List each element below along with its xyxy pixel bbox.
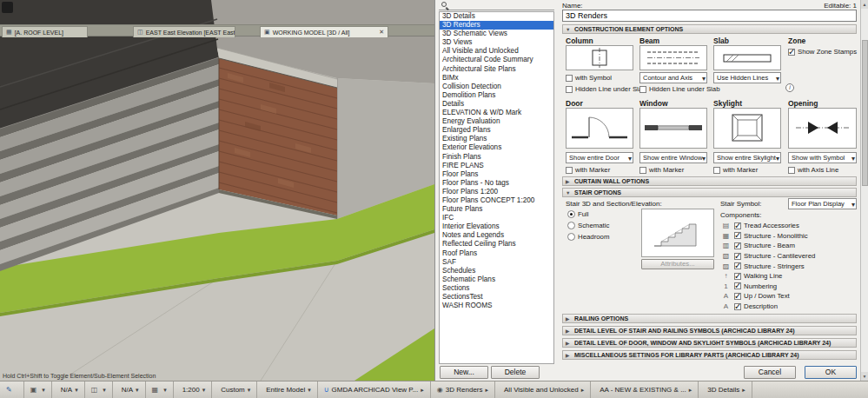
view-combination-item[interactable]: Floor Plans bbox=[440, 170, 553, 179]
stair-component-checkbox[interactable] bbox=[734, 273, 741, 280]
stair-mode-headroom-radio[interactable]: Headroom bbox=[567, 233, 609, 241]
view-combination-item[interactable]: SectionsTest bbox=[440, 293, 553, 302]
info-icon[interactable]: i bbox=[785, 83, 794, 92]
view-combination-item[interactable]: SAF bbox=[440, 258, 553, 267]
cancel-button[interactable]: Cancel bbox=[744, 366, 796, 379]
stair-component-checkbox[interactable] bbox=[734, 242, 741, 249]
beam-display-dropdown[interactable]: Contour and Axis bbox=[639, 72, 707, 83]
view-combination-item[interactable]: WASH ROOMS bbox=[440, 302, 553, 310]
door-marker-checkbox[interactable]: with Marker bbox=[566, 166, 610, 174]
checkbox-box[interactable] bbox=[639, 167, 646, 174]
view-combination-item[interactable]: Architectural Site Plans bbox=[440, 65, 553, 74]
scrollbar-thumb[interactable] bbox=[862, 40, 868, 186]
checkbox-box[interactable] bbox=[566, 86, 573, 93]
view-combination-item[interactable]: 3D Details bbox=[440, 12, 553, 21]
stair-component-checkbox[interactable] bbox=[734, 293, 741, 300]
stair-component-checkbox[interactable] bbox=[734, 253, 741, 260]
status-segment[interactable]: ✎ bbox=[0, 381, 24, 398]
view-combination-item[interactable]: Finish Plans bbox=[440, 153, 553, 162]
stair-component-row[interactable]: ▦ Structure - Monolithic bbox=[720, 231, 858, 242]
view-combination-item[interactable]: Roof Plans bbox=[440, 249, 553, 258]
tab-east-elevation[interactable]: ◫ EAST East Elevation [EAST East Elevati… bbox=[133, 26, 235, 37]
status-segment[interactable]: ▦ ▾ bbox=[146, 381, 174, 398]
view-combination-item[interactable]: IFC bbox=[440, 214, 553, 222]
view-combination-item[interactable]: Existing Plans bbox=[440, 135, 553, 143]
3d-scene[interactable] bbox=[0, 0, 434, 381]
radio-button[interactable] bbox=[567, 210, 575, 218]
view-combination-item[interactable]: BIMx bbox=[440, 74, 553, 83]
status-segment[interactable]: AA - NEW & EXISTING & ... ▸ bbox=[591, 381, 699, 398]
view-combination-item[interactable]: Exterior Elevations bbox=[440, 143, 553, 152]
stair-component-checkbox[interactable] bbox=[734, 222, 741, 229]
section-construction-element-options[interactable]: ▼ CONSTRUCTION ELEMENT OPTIONS bbox=[562, 24, 857, 34]
checkbox-box[interactable] bbox=[566, 167, 573, 174]
checkbox-box[interactable] bbox=[788, 167, 795, 174]
stair-component-row[interactable]: ▨ Structure - Stringers bbox=[720, 261, 858, 271]
section-stair-options[interactable]: ▼ STAIR OPTIONS bbox=[562, 188, 857, 197]
stair-component-row[interactable]: A Description bbox=[720, 302, 858, 312]
tab-roof-level[interactable]: ▦ [A. ROOF LEVEL] bbox=[2, 26, 88, 37]
view-combination-item[interactable]: Energy Evaluation bbox=[440, 117, 553, 126]
view-combination-item[interactable]: Future Plans bbox=[440, 205, 553, 214]
stair-component-checkbox[interactable] bbox=[734, 303, 741, 310]
checkbox-box[interactable] bbox=[788, 49, 795, 56]
stair-component-row[interactable]: A Up / Down Text bbox=[720, 291, 858, 302]
hidden-line-under-slab-checkbox-1[interactable]: Hidden Line under Slab bbox=[566, 85, 646, 93]
view-combination-item[interactable]: Reflected Ceiling Plans bbox=[440, 240, 553, 249]
section-detail-level-door-window-skylight[interactable]: ▶ DETAIL LEVEL OF DOOR, WINDOW AND SKYLI… bbox=[562, 338, 857, 348]
section-railing-options[interactable]: ▶ RAILING OPTIONS bbox=[562, 314, 857, 323]
status-segment[interactable]: ▣ ▾ bbox=[24, 381, 52, 398]
section-miscellaneous-library-parts[interactable]: ▶ MISCELLANEOUS SETTINGS FOR LIBRARY PAR… bbox=[562, 350, 857, 360]
view-combination-item[interactable]: Schedules bbox=[440, 267, 553, 275]
checkbox-box[interactable] bbox=[639, 86, 646, 93]
view-combination-item[interactable]: Floor Plans CONCEPT 1:200 bbox=[440, 196, 553, 205]
status-segment[interactable]: ◉ 3D Renders ▸ bbox=[431, 381, 495, 398]
view-combination-item[interactable]: Floor Plans 1:200 bbox=[440, 188, 553, 196]
door-display-dropdown[interactable]: Show entire Door bbox=[566, 152, 633, 163]
combination-search[interactable] bbox=[439, 0, 554, 10]
status-segment[interactable]: ◫ ▾ bbox=[85, 381, 113, 398]
view-combination-item[interactable]: Demolition Plans bbox=[440, 91, 553, 100]
checkbox-box[interactable] bbox=[566, 75, 573, 82]
checkbox-box[interactable] bbox=[713, 167, 720, 174]
radio-button[interactable] bbox=[567, 233, 575, 241]
view-combination-item[interactable]: Enlarged Plans bbox=[440, 126, 553, 135]
view-combination-item[interactable]: Schematic Plans bbox=[440, 275, 553, 284]
with-symbol-checkbox[interactable]: with Symbol bbox=[566, 74, 612, 82]
stair-component-row[interactable]: ↑ Walking Line bbox=[720, 271, 858, 282]
tab-working-model-3d[interactable]: ▣ WORKING MODEL [3D / All] ✕ bbox=[260, 26, 388, 37]
scroll-up-icon[interactable]: ▲ bbox=[861, 0, 868, 9]
view-combination-item[interactable]: Floor Plans - No tags bbox=[440, 179, 553, 188]
status-segment[interactable]: N/A ▾ bbox=[52, 381, 85, 398]
status-segment[interactable]: 1:200 ▾ bbox=[174, 381, 213, 398]
view-combination-item[interactable]: FIRE PLANS bbox=[440, 162, 553, 170]
stair-component-row[interactable]: ▧ Structure - Cantilevered bbox=[720, 251, 858, 262]
section-detail-level-stair-railing[interactable]: ▶ DETAIL LEVEL OF STAIR AND RAILING SYMB… bbox=[562, 326, 857, 335]
opening-display-dropdown[interactable]: Show with Symbol bbox=[788, 152, 857, 163]
skylight-display-dropdown[interactable]: Show entire Skylight bbox=[713, 152, 781, 163]
search-input[interactable] bbox=[451, 0, 552, 10]
status-segment[interactable]: All Visible and Unlocked ▸ bbox=[495, 381, 591, 398]
window-menu-icon[interactable] bbox=[2, 2, 13, 13]
stair-mode-full-radio[interactable]: Full bbox=[567, 210, 589, 218]
delete-button[interactable]: Delete bbox=[491, 366, 540, 379]
stair-component-checkbox[interactable] bbox=[734, 232, 741, 239]
scroll-down-icon[interactable]: ▼ bbox=[861, 372, 868, 381]
opening-axis-line-checkbox[interactable]: with Axis Line bbox=[788, 166, 838, 174]
status-segment[interactable]: N/A ▾ bbox=[113, 381, 146, 398]
view-combination-item[interactable]: Interior Elevations bbox=[440, 222, 553, 231]
status-segment[interactable]: 3D Details ▸ bbox=[699, 381, 752, 398]
ok-button[interactable]: OK bbox=[805, 366, 857, 379]
view-combination-item[interactable]: All Visible and Unlocked bbox=[440, 47, 553, 56]
hidden-line-under-slab-checkbox-2[interactable]: Hidden Line under Slab bbox=[639, 85, 720, 93]
stair-component-row[interactable]: ▤ Tread Accessories bbox=[720, 221, 858, 231]
new-button[interactable]: New... bbox=[440, 366, 488, 379]
stair-mode-schematic-radio[interactable]: Schematic bbox=[567, 222, 609, 229]
3d-viewport[interactable]: ▦ [A. ROOF LEVEL] ◫ EAST East Elevation … bbox=[0, 0, 434, 381]
view-combination-item[interactable]: Sections bbox=[440, 284, 553, 293]
stair-symbol-dropdown[interactable]: Floor Plan Display bbox=[788, 198, 857, 209]
view-combination-item[interactable]: Details bbox=[440, 100, 553, 109]
status-segment[interactable]: Custom ▾ bbox=[212, 381, 257, 398]
view-combination-list[interactable]: 3D Details3D Renders3D Schematic Views3D… bbox=[439, 11, 554, 364]
close-tab-icon[interactable]: ✕ bbox=[379, 29, 384, 36]
